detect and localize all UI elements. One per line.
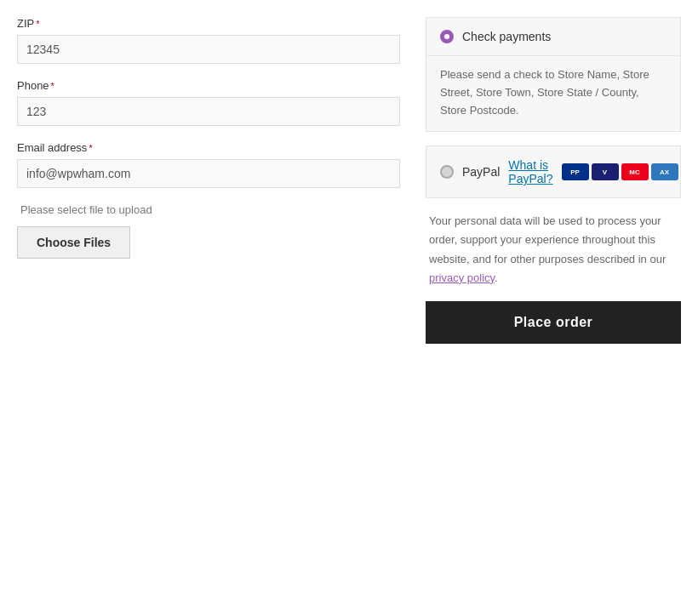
email-field-group: Email address* [17,141,400,188]
check-payments-radio[interactable] [440,30,454,43]
visa-icon: V [592,163,619,180]
email-input[interactable] [17,159,400,188]
check-payments-box: Check payments Please send a check to St… [426,17,681,132]
paypal-box: PayPal What is PayPal? PP V MC AX [426,145,681,198]
left-column: ZIP* Phone* Email address* Please select… [17,17,400,344]
paypal-card-icons: PP V MC AX [562,163,678,180]
choose-files-button[interactable]: Choose Files [17,226,130,259]
paypal-label: PayPal [462,165,500,179]
phone-field-group: Phone* [17,79,400,126]
paypal-option[interactable]: PayPal What is PayPal? PP V MC AX [426,146,680,197]
file-upload-hint: Please select file to upload [17,203,400,216]
phone-input[interactable] [17,97,400,126]
amex-icon: AX [651,163,678,180]
place-order-button[interactable]: Place order [426,301,681,344]
phone-label: Phone* [17,79,400,92]
email-label: Email address* [17,141,400,154]
privacy-policy-link[interactable]: privacy policy [429,271,495,284]
zip-input[interactable] [17,35,400,64]
mastercard-icon: MC [621,163,649,180]
paypal-radio[interactable] [440,165,454,179]
paypal-icon: PP [562,163,589,180]
zip-field-group: ZIP* [17,17,400,64]
paypal-what-link[interactable]: What is PayPal? [508,158,552,185]
check-payments-label: Check payments [462,30,551,43]
zip-label: ZIP* [17,17,400,30]
privacy-text: Your personal data will be used to proce… [426,212,681,287]
check-payments-description: Please send a check to Store Name, Store… [426,55,680,131]
right-column: Check payments Please send a check to St… [426,17,681,344]
check-payments-option[interactable]: Check payments [426,18,680,55]
file-upload-section: Please select file to upload Choose File… [17,203,400,259]
